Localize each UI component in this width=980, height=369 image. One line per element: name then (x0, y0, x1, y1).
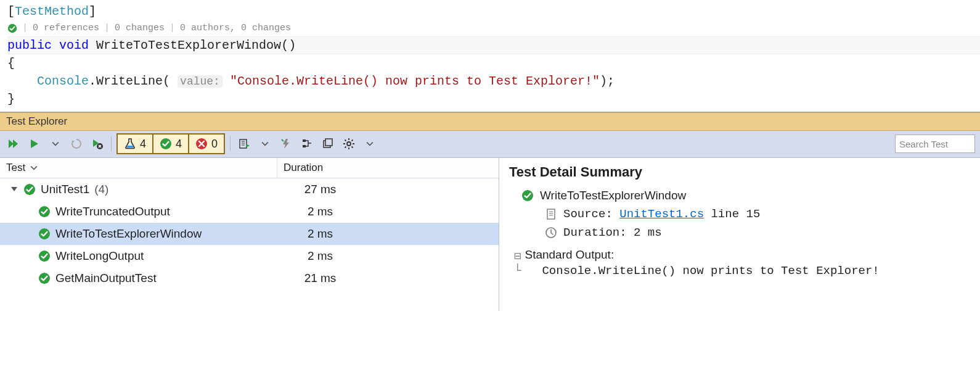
test-detail-pane: Test Detail Summary WriteToTestExplorerW… (499, 158, 980, 311)
test-explorer-title[interactable]: Test Explorer (0, 112, 980, 131)
test-row[interactable]: WriteTruncatedOutput2 ms (0, 201, 499, 223)
detail-duration-row: Duration: 2 ms (509, 223, 970, 242)
codelens-row[interactable]: | 0 references | 0 changes | 0 authors, … (7, 20, 980, 36)
run-failed-button[interactable] (89, 135, 106, 152)
repeat-last-run-button[interactable] (68, 135, 85, 152)
document-icon (545, 208, 557, 220)
brace-close-line: } (7, 90, 980, 108)
pass-icon (7, 23, 17, 33)
run-after-build-button[interactable] (277, 135, 295, 152)
test-row[interactable]: WriteLongOutput2 ms (0, 245, 499, 267)
pass-icon (38, 205, 51, 218)
codelens-authors[interactable]: 0 authors, 0 changes (180, 22, 291, 35)
test-name: GetMainOutputTest (55, 272, 157, 285)
passed-tests-pill[interactable]: 4 (153, 135, 189, 153)
test-name: WriteToTestExplorerWindow (55, 227, 202, 241)
total-tests-pill[interactable]: 4 (118, 135, 153, 153)
codelens-changes[interactable]: 0 changes (115, 22, 165, 35)
test-explorer-panel: Test Explorer 4 4 0 (0, 112, 980, 311)
test-tree: Test Duration UnitTest1 (4)27 msWriteTru… (0, 158, 499, 311)
attribute-line: [TestMethod] (7, 2, 980, 20)
settings-dropdown[interactable] (361, 135, 378, 152)
run-dropdown[interactable] (47, 135, 64, 152)
run-button[interactable] (26, 135, 43, 152)
pass-icon (160, 138, 172, 150)
column-duration[interactable]: Duration (277, 158, 499, 178)
test-count-pills: 4 4 0 (116, 133, 225, 154)
source-file-link[interactable]: UnitTest1.cs (619, 207, 704, 221)
pass-icon (521, 189, 534, 202)
detail-heading: Test Detail Summary (509, 164, 970, 180)
code-editor[interactable]: [TestMethod] | 0 references | 0 changes … (0, 0, 980, 112)
pass-icon (38, 228, 51, 240)
column-test[interactable]: Test (0, 158, 277, 178)
test-name: WriteTruncatedOutput (55, 205, 170, 218)
group-name: UnitTest1 (41, 183, 89, 196)
search-input[interactable]: Search Test (895, 135, 975, 153)
stdout-label: Standard Output: (525, 248, 614, 261)
standard-output-section: ⊟ └ Standard Output: Console.WriteLine()… (509, 248, 970, 278)
sort-icon (29, 163, 39, 173)
fail-icon (195, 138, 208, 150)
console-writeline-line: Console.WriteLine( value: "Console.Write… (7, 72, 980, 90)
detail-source-row: Source: UnitTest1.cs line 15 (509, 205, 970, 223)
codelens-references[interactable]: 0 references (33, 22, 99, 35)
method-signature-line: public void WriteToTestExplorerWindow() (7, 36, 980, 54)
failed-tests-pill[interactable]: 0 (189, 135, 224, 153)
group-by-button[interactable] (298, 135, 316, 152)
playlist-button[interactable] (235, 135, 253, 152)
pass-icon (38, 272, 51, 284)
tree-header: Test Duration (0, 158, 499, 178)
playlist-dropdown[interactable] (256, 135, 274, 152)
test-explorer-toolbar: 4 4 0 Search Test (0, 131, 980, 158)
test-row[interactable]: GetMainOutputTest21 ms (0, 267, 499, 289)
run-all-button[interactable] (5, 135, 22, 152)
test-row[interactable]: WriteToTestExplorerWindow2 ms (0, 223, 499, 245)
flask-icon (124, 138, 136, 150)
expander-icon[interactable] (11, 187, 17, 191)
collapse-glyph[interactable]: ⊟ └ (514, 248, 521, 278)
test-group-row[interactable]: UnitTest1 (4)27 ms (0, 178, 499, 201)
detail-test-name-row: WriteToTestExplorerWindow (509, 186, 970, 205)
test-name: WriteLongOutput (55, 249, 144, 263)
pass-icon (23, 183, 36, 196)
pass-icon (38, 250, 51, 262)
clock-icon (545, 226, 557, 239)
settings-button[interactable] (340, 135, 357, 152)
inline-param-hint: value: (178, 75, 223, 88)
stdout-text: Console.WriteLine() now prints to Test E… (525, 264, 879, 278)
brace-open-line: { (7, 54, 980, 72)
show-windows-button[interactable] (319, 135, 337, 152)
